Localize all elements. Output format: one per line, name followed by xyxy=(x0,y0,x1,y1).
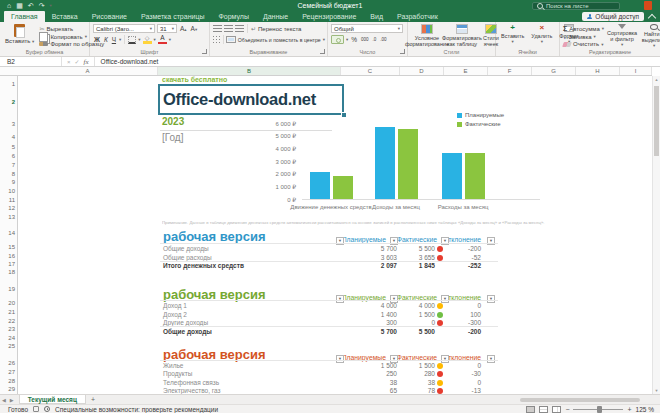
scroll-up-icon[interactable]: ▲ xyxy=(653,77,660,82)
row-header-21[interactable]: 21 xyxy=(1,308,15,316)
sort-filter-button[interactable]: Сортировка и фильтр▾ xyxy=(607,24,637,49)
row-header-12[interactable]: 12 xyxy=(1,204,15,212)
macro-record-icon[interactable] xyxy=(33,406,39,412)
column-header-B[interactable]: B xyxy=(158,67,341,76)
horizontal-scroll-thumb[interactable] xyxy=(520,398,640,402)
add-sheet-button[interactable]: + xyxy=(86,396,100,403)
sheet-nav-right-icon[interactable]: ▶ xyxy=(8,397,16,403)
row-header-26[interactable]: 26 xyxy=(1,359,15,367)
row-header-13[interactable]: 13 xyxy=(1,213,15,221)
font-size-combo[interactable]: 31▾ xyxy=(157,24,177,33)
page-layout-view-button[interactable] xyxy=(539,406,548,413)
column-header-A[interactable]: A xyxy=(18,67,158,76)
table-cell-deviation[interactable]: 0 xyxy=(411,362,481,370)
autosum-button[interactable]: ΣАвтосумма▾ xyxy=(563,25,604,33)
align-right-icon[interactable] xyxy=(219,36,220,43)
bold-button[interactable]: Ж xyxy=(93,36,101,43)
chart-bar-Планируемые-0[interactable] xyxy=(310,172,330,199)
align-left-icon[interactable] xyxy=(213,36,214,43)
row-header-20[interactable]: 20 xyxy=(1,299,15,307)
vertical-scroll-thumb[interactable] xyxy=(654,86,659,156)
selected-cell-b2[interactable]: Office-download.net xyxy=(158,84,344,115)
grow-font-button[interactable]: A▴ xyxy=(179,25,188,32)
row-header-7[interactable]: 7 xyxy=(1,161,15,169)
accessibility-status[interactable]: Специальные возможности: проверьте реком… xyxy=(55,406,218,413)
ribbon-tab-Вставка[interactable]: Вставка xyxy=(45,11,85,22)
font-color-button[interactable]: А xyxy=(158,35,167,44)
sheet-tab-current-month[interactable]: Текущий месяц xyxy=(19,395,86,404)
filter-dropdown-icon[interactable]: ▼ xyxy=(487,355,495,363)
number-dialog-launcher-icon[interactable] xyxy=(400,49,405,54)
percent-style-button[interactable]: % xyxy=(350,36,358,43)
row-header-11[interactable]: 11 xyxy=(1,196,15,204)
promo-link[interactable]: скачать бесплатно xyxy=(162,76,227,83)
merge-center-button[interactable]: Объединить и поместить в центре▾ xyxy=(226,36,325,44)
chart-bar-Фактические-2[interactable] xyxy=(465,153,485,199)
row-header-5[interactable]: 5 xyxy=(1,143,15,151)
row-header-19[interactable]: 19 xyxy=(1,285,15,293)
cancel-icon[interactable]: × xyxy=(67,59,71,65)
align-middle-icon[interactable] xyxy=(224,25,233,32)
align-top-icon[interactable] xyxy=(213,25,222,32)
column-header-E[interactable]: E xyxy=(444,67,488,76)
column-header-H[interactable]: H xyxy=(576,67,620,76)
ribbon-tab-Формулы[interactable]: Формулы xyxy=(211,11,255,22)
font-dialog-launcher-icon[interactable] xyxy=(202,49,207,54)
chart-bar-Фактические-1[interactable] xyxy=(398,129,418,199)
row-header-15[interactable]: 15 xyxy=(1,243,15,251)
vertical-scrollbar[interactable]: ▲ ▼ xyxy=(652,76,660,394)
row-header-10[interactable]: 10 xyxy=(1,187,15,195)
ribbon-tab-Разметка страницы[interactable]: Разметка страницы xyxy=(134,11,212,22)
fill-button[interactable]: ↓Заливка▾ xyxy=(563,33,604,41)
row-header-14[interactable]: 14 xyxy=(1,229,15,237)
table-cell-deviation[interactable]: -30 xyxy=(411,370,481,378)
insert-function-icon[interactable]: fx xyxy=(84,58,89,66)
user-avatar[interactable] xyxy=(644,1,652,10)
ribbon-tab-Рецензирование[interactable]: Рецензирование xyxy=(295,11,363,22)
column-header-C[interactable]: C xyxy=(341,67,400,76)
row-header-1[interactable]: 1 xyxy=(1,80,15,88)
table-cell-deviation[interactable]: 100 xyxy=(411,311,481,319)
row-header-23[interactable]: 23 xyxy=(1,325,15,333)
row-header-18[interactable]: 18 xyxy=(1,268,15,276)
ribbon-tab-Данные[interactable]: Данные xyxy=(256,11,295,22)
column-header-D[interactable]: D xyxy=(400,67,444,76)
row-header-3[interactable]: 3 xyxy=(1,120,15,128)
search-box[interactable]: Поиск на листе xyxy=(532,2,620,10)
ribbon-tab-Рисование[interactable]: Рисование xyxy=(85,11,134,22)
row-header-27[interactable]: 27 xyxy=(1,368,15,376)
fill-handle[interactable] xyxy=(341,112,347,118)
row-header-4[interactable]: 4 xyxy=(1,133,15,141)
zoom-slider[interactable] xyxy=(573,409,623,410)
ribbon-tab-Главная[interactable]: Главная xyxy=(4,11,45,22)
chart-bar-Фактические-0[interactable] xyxy=(333,176,353,199)
table-cell-deviation[interactable]: -252 xyxy=(411,262,481,270)
scroll-down-icon[interactable]: ▼ xyxy=(653,388,660,393)
font-name-combo[interactable]: Calibri (Заго...▾ xyxy=(93,24,155,33)
formula-input[interactable]: Office-download.net xyxy=(95,58,159,65)
shrink-font-button[interactable]: A▾ xyxy=(190,25,199,32)
column-header-I[interactable]: I xyxy=(620,67,652,76)
borders-button[interactable] xyxy=(128,36,136,44)
align-bottom-icon[interactable] xyxy=(235,25,244,32)
number-format-combo[interactable]: Общий▾ xyxy=(331,24,403,33)
paste-button[interactable]: Вставить ▾ xyxy=(3,24,36,49)
column-header-G[interactable]: G xyxy=(532,67,576,76)
row-header-29[interactable]: 29 xyxy=(1,385,15,393)
clear-button[interactable]: Очистить▾ xyxy=(563,40,604,48)
enter-icon[interactable]: ✓ xyxy=(75,58,80,65)
italic-button[interactable]: К xyxy=(103,36,109,43)
row-header-8[interactable]: 8 xyxy=(1,170,15,178)
table-cell-deviation[interactable]: 0 xyxy=(411,302,481,310)
table-cell-deviation[interactable]: -200 xyxy=(411,245,481,253)
conditional-formatting-button[interactable]: Условное форматирование xyxy=(411,24,443,49)
alignment-dialog-launcher-icon[interactable] xyxy=(320,49,325,54)
sheet-nav-left-icon[interactable]: ◀ xyxy=(0,397,8,403)
row-header-24[interactable]: 24 xyxy=(1,334,15,342)
zoom-out-button[interactable]: − xyxy=(565,406,569,413)
row-header-25[interactable]: 25 xyxy=(1,342,15,350)
format-as-table-button[interactable]: Форматировать как таблицу xyxy=(446,24,478,49)
table-cell-deviation[interactable]: -200 xyxy=(411,328,481,336)
row-header-16[interactable]: 16 xyxy=(1,252,15,260)
delete-cells-button[interactable]: × Удалить▾ xyxy=(529,24,554,49)
